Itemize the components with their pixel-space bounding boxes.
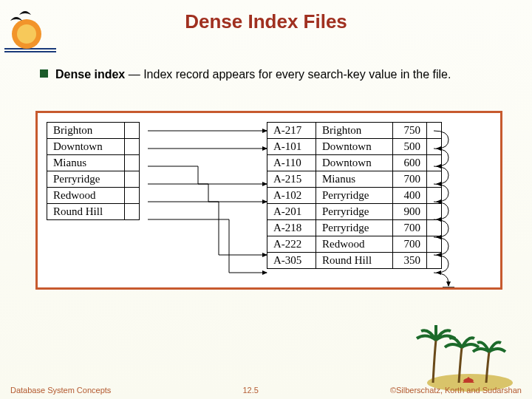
bullet-bold: Dense index [55, 68, 125, 81]
footer: Database System Concepts 12.5 ©Silbersch… [0, 386, 532, 395]
footer-left: Database System Concepts [10, 386, 111, 395]
pointer-arrows [42, 117, 500, 287]
bullet-icon [40, 69, 48, 78]
slide-title: Dense Index Files [0, 0, 532, 33]
svg-point-3 [17, 24, 36, 44]
bullet-text: Dense index — Index record appears for e… [55, 66, 451, 83]
bullet-rest: — Index record appears for every search-… [125, 68, 451, 81]
sun-logo [4, 4, 56, 56]
footer-right: ©Silberschatz, Korth and Sudarshan [390, 386, 522, 395]
footer-center: 12.5 [242, 386, 258, 395]
bullet-block: Dense index — Index record appears for e… [40, 66, 502, 83]
dense-index-figure: BrightonDowntownMianusPerryridgeRedwoodR… [35, 111, 502, 290]
palm-trees-deco [403, 325, 514, 392]
